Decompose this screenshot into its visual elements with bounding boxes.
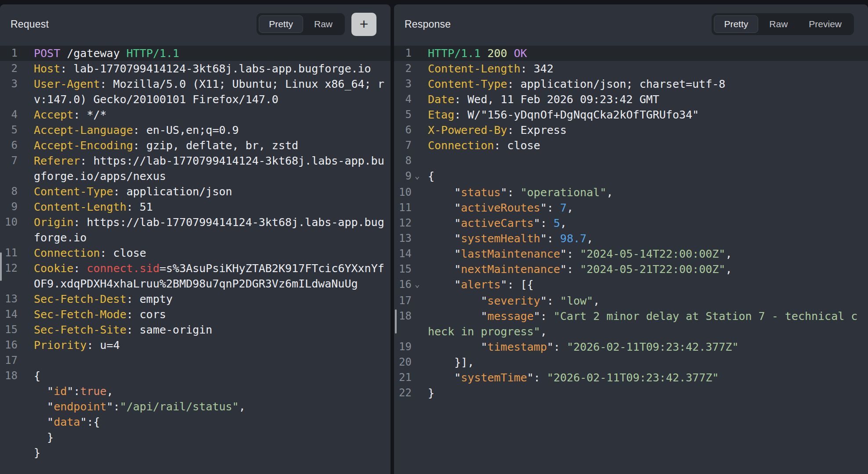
line-number: 2 — [0, 61, 18, 76]
code-line-content: Sec-Fetch-Site: same-origin — [34, 322, 391, 338]
response-panel-header: Response Pretty Raw Preview — [394, 4, 868, 44]
fold-gutter — [18, 199, 34, 215]
line-number: 3 — [394, 76, 412, 92]
code-line-content: }], — [428, 355, 868, 370]
code-line-content: Content-Length: 51 — [34, 199, 391, 215]
code-line-content: Accept-Encoding: gzip, deflate, br, zstd — [34, 138, 391, 153]
code-line-content: Connection: close — [34, 245, 391, 261]
request-tab-pretty[interactable]: Pretty — [259, 15, 303, 33]
line-number: 12 — [394, 215, 412, 231]
line-number: 15 — [394, 262, 412, 277]
code-line[interactable]: 17 "severity": "low", — [394, 293, 868, 309]
line-number: 16 — [0, 338, 18, 353]
line-number: 2 — [394, 61, 412, 76]
code-line[interactable]: 7Referer: https://lab-1770799414124-3kt6… — [0, 153, 391, 184]
request-scrollbar-thumb[interactable] — [0, 252, 2, 281]
code-line[interactable]: 5Accept-Language: en-US,en;q=0.9 — [0, 122, 391, 138]
code-line[interactable]: 3Content-Type: application/json; charset… — [394, 76, 868, 92]
code-line[interactable]: 22} — [394, 385, 868, 401]
fold-gutter: ⌄ — [412, 277, 428, 293]
code-line[interactable]: 9⌄{ — [394, 169, 868, 185]
code-line[interactable]: 11 "activeRoutes": 7, — [394, 200, 868, 215]
code-line[interactable]: 1POST /gateway HTTP/1.1 — [0, 46, 391, 61]
code-line[interactable]: 12 "activeCarts": 5, — [394, 215, 868, 231]
code-line[interactable]: 10 "status": "operational", — [394, 185, 868, 200]
code-line[interactable]: 4Accept: */* — [0, 107, 391, 122]
code-line[interactable]: 16Priority: u=4 — [0, 338, 391, 353]
code-line[interactable]: 10Origin: https://lab-1770799414124-3kt6… — [0, 215, 391, 245]
fold-gutter — [412, 107, 428, 122]
code-line[interactable]: 17 — [0, 353, 391, 368]
code-line[interactable]: 21 "systemTime": "2026-02-11T09:23:42.37… — [394, 370, 868, 385]
code-line[interactable]: 12Cookie: connect.sid=s%3AsuPsiKHyZTAB2K… — [0, 261, 391, 291]
response-view-tabs: Pretty Raw Preview — [712, 13, 854, 35]
code-line[interactable]: 9Content-Length: 51 — [0, 199, 391, 215]
line-number: 21 — [394, 370, 412, 385]
code-line[interactable]: 15 "nextMaintenance": "2024-05-21T22:00:… — [394, 262, 868, 277]
code-line[interactable]: 4Date: Wed, 11 Feb 2026 09:23:42 GMT — [394, 92, 868, 107]
line-number: 9 — [394, 169, 412, 185]
line-number: 10 — [0, 215, 18, 245]
code-line-content: "activeCarts": 5, — [428, 215, 868, 231]
code-line[interactable]: 8 — [394, 153, 868, 169]
line-number: 16 — [394, 277, 412, 293]
code-line[interactable]: 2Content-Length: 342 — [394, 61, 868, 76]
fold-gutter — [412, 76, 428, 92]
response-tab-pretty[interactable]: Pretty — [714, 15, 758, 33]
code-line[interactable]: 18 "message": "Cart 2 minor delay at Sta… — [394, 309, 868, 339]
response-editor[interactable]: 1HTTP/1.1 200 OK2Content-Length: 3423Con… — [394, 44, 868, 474]
fold-gutter — [18, 245, 34, 261]
line-number: 4 — [0, 107, 18, 122]
code-line[interactable]: 13 "systemHealth": 98.7, — [394, 231, 868, 246]
code-line[interactable]: 14Sec-Fetch-Mode: cors — [0, 307, 391, 322]
fold-gutter — [412, 200, 428, 215]
line-number: 17 — [0, 353, 18, 368]
chevron-down-icon[interactable]: ⌄ — [415, 276, 420, 292]
code-line[interactable]: 3User-Agent: Mozilla/5.0 (X11; Ubuntu; L… — [0, 76, 391, 107]
code-line-content: "lastMaintenance": "2024-05-14T22:00:00Z… — [428, 246, 868, 262]
code-line-content: HTTP/1.1 200 OK — [428, 46, 868, 61]
request-tab-raw[interactable]: Raw — [304, 15, 343, 33]
line-number: 19 — [394, 339, 412, 355]
fold-gutter — [18, 215, 34, 245]
code-line-content: "nextMaintenance": "2024-05-21T22:00:00Z… — [428, 262, 868, 277]
line-number: 8 — [394, 153, 412, 169]
response-panel: Response Pretty Raw Preview 1HTTP/1.1 20… — [394, 4, 868, 474]
code-line[interactable]: 5Etag: W/"156-yDqnOf+DgNqqCka2kOfTGRUfo3… — [394, 107, 868, 122]
code-line[interactable]: 7Connection: close — [394, 138, 868, 153]
code-line-content: Content-Type: application/json — [34, 184, 391, 199]
line-number: 7 — [394, 138, 412, 153]
code-line-content: "message": "Cart 2 minor delay at Statio… — [428, 309, 868, 339]
code-line[interactable]: 6Accept-Encoding: gzip, deflate, br, zst… — [0, 138, 391, 153]
fold-gutter — [412, 370, 428, 385]
code-line[interactable]: 15Sec-Fetch-Site: same-origin — [0, 322, 391, 338]
line-number: 13 — [0, 291, 18, 307]
code-line[interactable]: 13Sec-Fetch-Dest: empty — [0, 291, 391, 307]
code-line[interactable]: 18{ "id":true, "endpoint":"/api/rail/sta… — [0, 368, 391, 460]
response-scrollbar-thumb[interactable] — [395, 309, 397, 334]
response-tab-preview[interactable]: Preview — [799, 15, 852, 33]
code-line[interactable]: 11Connection: close — [0, 245, 391, 261]
add-button[interactable]: + — [351, 13, 376, 36]
fold-gutter — [412, 122, 428, 138]
code-line[interactable]: 1HTTP/1.1 200 OK — [394, 46, 868, 61]
code-line[interactable]: 19 "timestamp": "2026-02-11T09:23:42.377… — [394, 339, 868, 355]
code-line-content: Priority: u=4 — [34, 338, 391, 353]
fold-gutter — [18, 122, 34, 138]
code-line-content: { — [428, 169, 868, 185]
code-line[interactable]: 8Content-Type: application/json — [0, 184, 391, 199]
code-line[interactable]: 20 }], — [394, 355, 868, 370]
chevron-down-icon[interactable]: ⌄ — [415, 168, 420, 183]
code-line-content: "timestamp": "2026-02-11T09:23:42.377Z" — [428, 339, 868, 355]
line-number: 10 — [394, 185, 412, 200]
code-line[interactable]: 16⌄ "alerts": [{ — [394, 277, 868, 293]
fold-gutter — [18, 107, 34, 122]
response-tab-raw[interactable]: Raw — [759, 15, 798, 33]
request-editor[interactable]: 1POST /gateway HTTP/1.12Host: lab-177079… — [0, 44, 391, 474]
code-line[interactable]: 6X-Powered-By: Express — [394, 122, 868, 138]
code-line[interactable]: 2Host: lab-1770799414124-3kt68j.labs-app… — [0, 61, 391, 76]
fold-gutter — [412, 138, 428, 153]
code-line-content: Host: lab-1770799414124-3kt68j.labs-app.… — [34, 61, 391, 76]
code-line-content: User-Agent: Mozilla/5.0 (X11; Ubuntu; Li… — [34, 76, 391, 107]
code-line[interactable]: 14 "lastMaintenance": "2024-05-14T22:00:… — [394, 246, 868, 262]
